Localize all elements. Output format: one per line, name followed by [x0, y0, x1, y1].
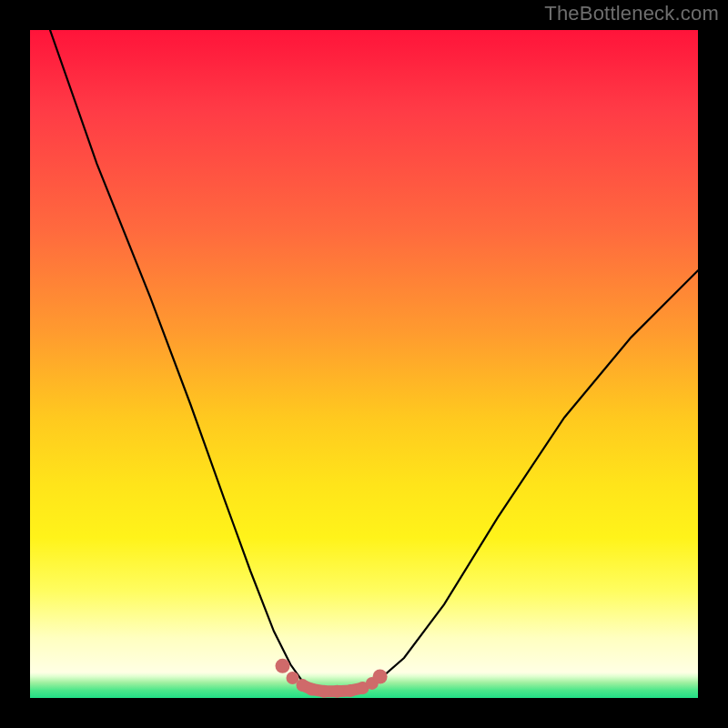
marker-dot: [306, 683, 318, 696]
curve-layer: [30, 30, 698, 698]
marker-dot: [331, 685, 344, 698]
marker-dot: [373, 670, 388, 684]
chart-frame: TheBottleneck.com: [0, 0, 728, 728]
curve-markers: [276, 659, 388, 698]
marker-dot: [318, 685, 330, 698]
marker-dot: [276, 659, 290, 673]
bottleneck-curve: [50, 30, 698, 692]
plot-area: [30, 30, 698, 698]
marker-dot: [344, 684, 357, 697]
watermark-text: TheBottleneck.com: [544, 2, 719, 25]
